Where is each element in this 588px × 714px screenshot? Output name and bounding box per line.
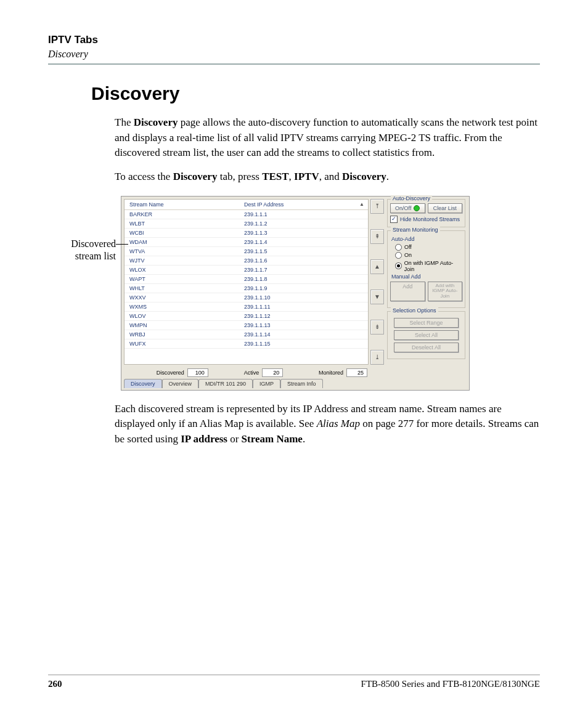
group-stream-monitoring: Stream Monitoring Auto-Add Off On On wit…	[387, 230, 465, 308]
cell-ip: 239.1.1.10	[239, 293, 368, 302]
onoff-button[interactable]: On/Off	[390, 203, 425, 213]
sort-asc-icon: ▲	[359, 201, 364, 207]
text: .	[386, 171, 389, 182]
text: The	[115, 116, 134, 128]
table-row[interactable]: WMPN239.1.1.13	[125, 320, 368, 330]
table-row[interactable]: WXXV239.1.1.10	[125, 293, 368, 302]
cell-name: WLOX	[125, 265, 239, 274]
table-row[interactable]: WHLT239.1.1.9	[125, 283, 368, 293]
select-range-button[interactable]: Select Range	[394, 318, 459, 328]
radio-icon	[395, 244, 402, 251]
cell-ip: 239.1.1.9	[239, 283, 368, 293]
table-row[interactable]: WJTV239.1.1.6	[125, 256, 368, 265]
tab-stream-info[interactable]: Stream Info	[280, 379, 323, 388]
alias-map-italic: Alias Map	[317, 418, 360, 429]
table-row[interactable]: WLBT239.1.1.2	[125, 219, 368, 228]
intro-paragraph-2: To access the Discovery tab, press TEST,…	[115, 169, 540, 185]
cell-ip: 239.1.1.1	[239, 209, 368, 219]
table-row[interactable]: WLOX239.1.1.7	[125, 265, 368, 274]
radio-off[interactable]: Off	[395, 244, 462, 251]
cell-ip: 239.1.1.3	[239, 228, 368, 237]
table-row[interactable]: WLOV239.1.1.12	[125, 311, 368, 320]
table-row[interactable]: WRBJ239.1.1.14	[125, 330, 368, 339]
discovered-value: 100	[187, 368, 208, 377]
add-button[interactable]: Add	[390, 282, 425, 301]
scroll-page-down-button[interactable]: ⇟	[370, 320, 384, 335]
cell-ip: 239.1.1.4	[239, 237, 368, 246]
right-panel: Auto-Discovery On/Off Clear List ✓ Hide …	[386, 197, 468, 367]
cell-ip: 239.1.1.2	[239, 219, 368, 228]
scroll-top-button[interactable]: ⤒	[370, 199, 384, 214]
add-igmp-button[interactable]: Add with IGMP Auto-Join	[428, 282, 463, 301]
table-row[interactable]: WTVA239.1.1.5	[125, 246, 368, 256]
cell-name: WMPN	[125, 320, 239, 330]
radio-selected-icon	[395, 262, 402, 269]
scroll-page-up-button[interactable]: ⇞	[370, 229, 384, 244]
hide-monitored-checkbox[interactable]: ✓ Hide Monitored Streams	[390, 216, 462, 223]
col-dest-ip-label: Dest IP Address	[244, 201, 284, 208]
text: , and	[319, 171, 342, 182]
scroll-up-button[interactable]: ▲	[370, 259, 384, 274]
cell-ip: 239.1.1.15	[239, 339, 368, 348]
product-name: FTB-8500 Series and FTB-8120NGE/8130NGE	[361, 679, 540, 689]
monitored-label: Monitored	[319, 370, 343, 376]
page-number: 260	[48, 679, 62, 689]
select-all-button[interactable]: Select All	[394, 330, 459, 340]
table-row[interactable]: WCBI239.1.1.3	[125, 228, 368, 237]
table-row[interactable]: WAPT239.1.1.8	[125, 274, 368, 283]
stream-table: Stream Name Dest IP Address ▲ BARKER239.…	[125, 200, 368, 349]
bold: Discovery	[342, 171, 386, 182]
tab-mdi[interactable]: MDI/TR 101 290	[198, 379, 253, 388]
radio-on[interactable]: On	[395, 252, 462, 259]
bold: Stream Name	[242, 433, 303, 445]
page-title: Discovery	[91, 83, 540, 104]
radio-on-label: On	[404, 252, 412, 258]
bold: Discovery	[173, 171, 218, 182]
bold: IPTV	[294, 171, 319, 182]
auto-add-label: Auto-Add	[391, 236, 462, 242]
cell-name: WCBI	[125, 228, 239, 237]
cell-ip: 239.1.1.13	[239, 320, 368, 330]
text: ,	[289, 171, 295, 182]
scroll-bottom-button[interactable]: ⤓	[370, 350, 384, 365]
bold: TEST	[262, 171, 288, 182]
active-value: 20	[262, 368, 283, 377]
cell-ip: 239.1.1.8	[239, 274, 368, 283]
cell-name: WTVA	[125, 246, 239, 256]
onoff-label: On/Off	[395, 205, 411, 211]
tab-overview[interactable]: Overview	[162, 379, 199, 388]
paragraph-3: Each discovered stream is represented by…	[115, 402, 540, 447]
cell-name: WJTV	[125, 256, 239, 265]
radio-off-label: Off	[404, 244, 412, 250]
clear-list-button[interactable]: Clear List	[428, 203, 463, 213]
cell-name: WLBT	[125, 219, 239, 228]
cell-ip: 239.1.1.6	[239, 256, 368, 265]
manual-add-label: Manual Add	[391, 274, 462, 280]
status-row: Discovered 100 Active 20 Monitored 25	[124, 367, 371, 379]
group-auto-discovery: Auto-Discovery On/Off Clear List ✓ Hide …	[387, 199, 465, 227]
status-led-icon	[414, 205, 420, 211]
monitored-value: 25	[346, 368, 367, 377]
callout-discovered-stream-list: Discovered stream list	[48, 238, 116, 262]
page-footer: 260 FTB-8500 Series and FTB-8120NGE/8130…	[48, 675, 540, 689]
cell-name: WXXV	[125, 293, 239, 302]
table-row[interactable]: BARKER239.1.1.1	[125, 209, 368, 219]
group-title-selection-options: Selection Options	[391, 307, 438, 314]
col-stream-name[interactable]: Stream Name	[125, 200, 239, 210]
cell-name: WXMS	[125, 302, 239, 311]
cell-name: BARKER	[125, 209, 239, 219]
radio-on-igmp[interactable]: On with IGMP Auto-Join	[395, 260, 462, 272]
text: To access the	[115, 171, 173, 182]
table-row[interactable]: WXMS239.1.1.11	[125, 302, 368, 311]
cell-name: WUFX	[125, 339, 239, 348]
cell-name: WDAM	[125, 237, 239, 246]
table-row[interactable]: WDAM239.1.1.4	[125, 237, 368, 246]
col-dest-ip[interactable]: Dest IP Address ▲	[239, 200, 368, 210]
tab-discovery[interactable]: Discovery	[124, 379, 162, 388]
scroll-down-button[interactable]: ▼	[370, 290, 384, 304]
table-row[interactable]: WUFX239.1.1.15	[125, 339, 368, 348]
deselect-all-button[interactable]: Deselect All	[394, 343, 459, 352]
bold: IP address	[181, 433, 227, 445]
cell-name: WHLT	[125, 283, 239, 293]
tab-igmp[interactable]: IGMP	[253, 379, 280, 388]
